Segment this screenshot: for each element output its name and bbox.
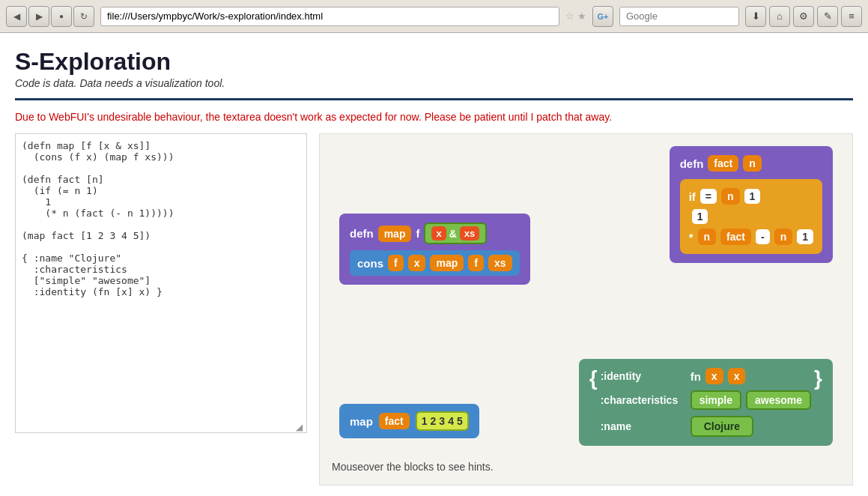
map-fact-block: map fact 1 2 3 4 5: [339, 404, 479, 438]
fact-inner-box[interactable]: fact: [720, 229, 751, 245]
one-value-box[interactable]: 1: [692, 209, 708, 224]
identity-label: :identity: [601, 370, 683, 382]
characteristics-label: :characteristics: [601, 394, 683, 406]
n-box[interactable]: n: [721, 188, 740, 205]
browser-chrome: ◀ ▶ ● ↻ ☆ ★ G+ ⬇ ⌂ ⚙ ✎ ≡: [0, 0, 868, 33]
fact-param-n[interactable]: n: [743, 155, 762, 172]
code-panel: (defn map [f [x & xs]] (cons (f x) (map …: [15, 133, 307, 433]
num-1: 1: [422, 415, 428, 427]
defn-map-block: defn map f x & xs cons f x map: [339, 214, 530, 285]
map-fact-token: map: [350, 415, 373, 428]
defn-token: defn: [350, 227, 374, 240]
page-title: S-Exploration: [15, 48, 853, 76]
fact-name-box[interactable]: fact: [708, 155, 738, 172]
fn-value: fn x x: [691, 368, 746, 384]
stop-button[interactable]: ●: [51, 6, 72, 27]
star-filled-icon: ★: [577, 10, 586, 22]
refresh-button[interactable]: ↻: [73, 6, 94, 27]
defn-fact-token: defn: [680, 157, 704, 170]
action-icons: ⬇ ⌂ ⚙ ✎ ≡: [745, 6, 862, 27]
home-icon[interactable]: ⌂: [769, 6, 790, 27]
google-icon: G+: [592, 6, 613, 27]
identity-row: :identity fn x x: [601, 368, 811, 384]
name-row: :name Clojure: [601, 416, 811, 437]
visual-panel: defn map f x & xs cons f x map: [319, 133, 853, 486]
menu-icon[interactable]: ≡: [841, 6, 862, 27]
close-brace: }: [814, 368, 822, 437]
map-name-box[interactable]: map: [378, 226, 412, 242]
forward-button[interactable]: ▶: [28, 6, 49, 27]
xs-box[interactable]: xs: [488, 255, 512, 271]
awesome-box[interactable]: awesome: [746, 390, 811, 410]
if-token: if: [689, 190, 696, 203]
defn-fact-block: defn fact n if = n 1 1: [670, 146, 833, 263]
if-row: if = n 1: [689, 188, 813, 205]
fact-top-row: defn fact n: [680, 155, 822, 172]
nav-buttons: ◀ ▶ ● ↻: [6, 6, 94, 27]
identity-rows: :identity fn x x :characteristics simple: [601, 368, 811, 437]
name-value: Clojure: [691, 416, 753, 437]
toolbar-icons: G+: [592, 6, 613, 27]
characteristics-row: :characteristics simple awesome: [601, 390, 811, 410]
main-layout: (defn map [f [x & xs]] (cons (f x) (map …: [15, 133, 853, 486]
map-box[interactable]: map: [430, 255, 464, 271]
hint-text: Mouseover the blocks to see hints.: [332, 461, 840, 473]
mult-row: * n fact - n 1: [689, 229, 813, 245]
star-icon: ☆: [565, 10, 574, 22]
fact-box[interactable]: fact: [379, 413, 410, 429]
param-x-box[interactable]: x: [431, 226, 446, 241]
x-box[interactable]: x: [408, 255, 426, 271]
identity-block: { :identity fn x x :characteristics: [579, 359, 833, 446]
resize-handle[interactable]: ◢: [296, 422, 305, 431]
warning-text: Due to WebFUI's undesirable behaviour, t…: [15, 111, 853, 123]
address-bar[interactable]: [100, 7, 559, 26]
one-box[interactable]: 1: [744, 189, 761, 204]
user-icon[interactable]: ✎: [817, 6, 838, 27]
f2-box[interactable]: f: [468, 255, 484, 271]
params-box: x & xs: [424, 223, 487, 244]
n3-box[interactable]: n: [774, 229, 793, 245]
num-5: 5: [457, 415, 463, 427]
param-xs-box[interactable]: xs: [460, 226, 479, 241]
divider: [15, 98, 853, 100]
param-f-token: f: [416, 227, 419, 240]
clojure-box[interactable]: Clojure: [691, 416, 753, 437]
browser-stars: ☆ ★: [565, 10, 586, 22]
x2-box[interactable]: x: [728, 368, 746, 384]
n2-box[interactable]: n: [698, 229, 717, 245]
extensions-icon[interactable]: ⚙: [793, 6, 814, 27]
block-container: defn map f x & xs cons f x map: [332, 146, 840, 453]
char-values: simple awesome: [691, 390, 811, 410]
one2-box[interactable]: 1: [797, 229, 813, 244]
map-top-row: defn map f x & xs: [350, 223, 520, 244]
f-box[interactable]: f: [388, 255, 404, 271]
page-content: S-Exploration Code is data. Data needs a…: [0, 33, 868, 496]
cons-token: cons: [357, 257, 383, 270]
mult-token: *: [689, 231, 694, 244]
ampersand: &: [449, 228, 457, 240]
page-subtitle: Code is data. Data needs a visualization…: [15, 77, 853, 89]
x1-box[interactable]: x: [705, 368, 723, 384]
search-input[interactable]: [619, 7, 739, 26]
num-2: 2: [431, 415, 437, 427]
num-group: 1 2 3 4 5: [416, 411, 469, 431]
download-icon[interactable]: ⬇: [745, 6, 766, 27]
name-label: :name: [601, 420, 683, 432]
open-brace: {: [589, 368, 598, 437]
code-textarea[interactable]: (defn map [f [x & xs]] (cons (f x) (map …: [16, 134, 306, 426]
eq-box[interactable]: =: [700, 189, 717, 204]
back-button[interactable]: ◀: [6, 6, 27, 27]
fn-token: fn: [691, 370, 701, 383]
simple-box[interactable]: simple: [691, 390, 741, 410]
one-value-row: 1: [692, 211, 813, 223]
num-3: 3: [439, 415, 445, 427]
minus-box[interactable]: -: [756, 229, 770, 244]
cons-row: cons f x map f xs: [350, 250, 520, 276]
if-block: if = n 1 1 * n fact -: [680, 179, 822, 254]
num-4: 4: [448, 415, 454, 427]
